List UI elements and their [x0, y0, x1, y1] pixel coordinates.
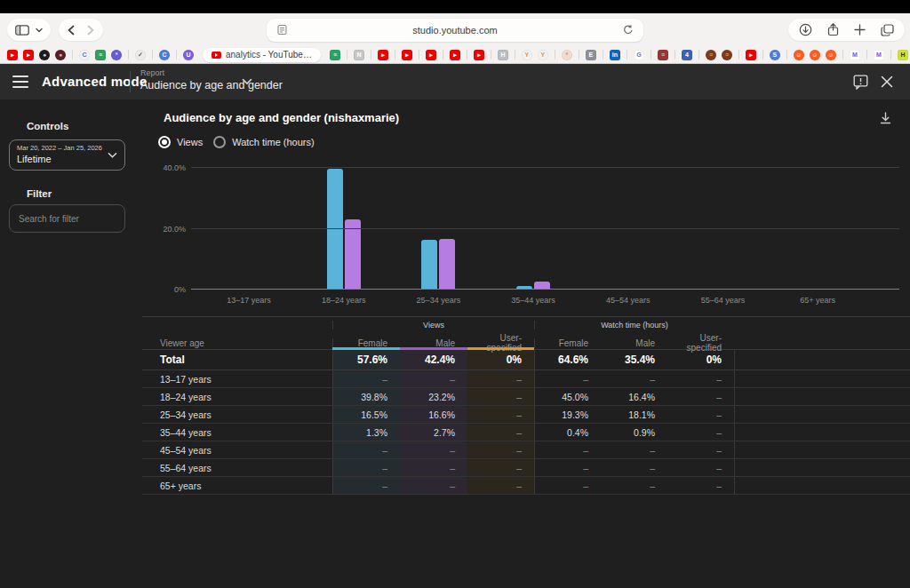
- analytics-table: Views Watch time (hours) Viewer age Fema…: [142, 316, 910, 495]
- empty-cell: [734, 406, 910, 423]
- x-axis-label: 45–54 years: [588, 296, 668, 305]
- value-cell: 0%: [667, 350, 734, 369]
- reader-icon[interactable]: [276, 24, 288, 36]
- sidebar-toggle-group[interactable]: [7, 19, 51, 41]
- youtube-favicon[interactable]: ▸: [402, 50, 412, 60]
- radio-watch-time[interactable]: [213, 136, 226, 148]
- watch-time-group-header: Watch time (hours): [534, 321, 734, 330]
- tab-separator: [786, 50, 787, 60]
- youtube-favicon[interactable]: ▸: [474, 50, 484, 60]
- youtube-favicon[interactable]: ▸: [23, 50, 34, 60]
- purple-swirl-favicon[interactable]: *: [111, 50, 122, 60]
- report-selector[interactable]: Report Audience by age and gender: [140, 68, 283, 95]
- watch-female-header: Female: [534, 338, 601, 348]
- tab-separator: [491, 50, 491, 60]
- reload-icon[interactable]: [623, 24, 634, 36]
- pale-flower-favicon[interactable]: *: [562, 50, 572, 60]
- views-female-header: Female: [332, 338, 400, 348]
- wishbone-orange-favicon[interactable]: Y: [538, 50, 548, 60]
- tab-separator: [443, 50, 443, 60]
- radio-views[interactable]: [158, 136, 171, 148]
- tab-overview-icon[interactable]: [881, 24, 894, 36]
- purple-bot-favicon[interactable]: U: [183, 50, 194, 60]
- linkedin-favicon[interactable]: in: [610, 50, 620, 60]
- grey-check-favicon[interactable]: ✓: [135, 50, 146, 60]
- radio-views-label: Views: [177, 137, 203, 147]
- sidebar-icon[interactable]: [15, 25, 29, 36]
- share-icon[interactable]: [827, 23, 839, 36]
- table-total-row: Total57.6%42.4%0%64.6%35.4%0%: [142, 350, 910, 370]
- burger-favicon[interactable]: ≡: [722, 50, 732, 60]
- close-icon[interactable]: [881, 75, 893, 88]
- value-cell: –: [467, 370, 534, 387]
- tab-separator: [842, 50, 843, 60]
- youtube-favicon: [212, 52, 221, 59]
- viewer-age-cell: 13–17 years: [142, 370, 332, 387]
- value-cell: –: [332, 441, 400, 458]
- empty-cell: [734, 370, 910, 387]
- blue-crescent-favicon[interactable]: C: [79, 50, 90, 60]
- reddit-favicon[interactable]: ☺: [826, 50, 836, 60]
- m-purple-favicon[interactable]: M: [850, 50, 860, 60]
- empty-cell: [734, 388, 910, 405]
- active-tab[interactable]: analytics - YouTube…: [203, 48, 321, 62]
- back-button[interactable]: [68, 25, 75, 36]
- youtube-favicon[interactable]: ▸: [378, 50, 388, 60]
- table-row: 13–17 years––––––: [142, 370, 910, 388]
- downloads-icon[interactable]: [799, 23, 812, 36]
- tab-separator: [176, 50, 177, 60]
- forward-button[interactable]: [87, 25, 94, 36]
- blue-s-favicon[interactable]: S: [770, 50, 780, 60]
- empty-cell: [734, 441, 910, 458]
- wishbone-orange-favicon[interactable]: Y: [522, 50, 532, 60]
- burger-favicon[interactable]: ≡: [706, 50, 716, 60]
- gridline: [191, 228, 899, 229]
- metric-radio-group: Views Watch time (hours): [158, 136, 315, 148]
- active-tab-title: analytics - YouTube…: [226, 50, 312, 60]
- value-cell: –: [667, 441, 734, 458]
- new-tab-icon[interactable]: [854, 24, 866, 36]
- value-cell: 0%: [467, 350, 534, 369]
- grey-e-favicon[interactable]: E: [586, 50, 596, 60]
- table-sub-header-row: Viewer age Female Male User-specified Fe…: [142, 333, 910, 350]
- value-cell: –: [467, 424, 534, 441]
- reddit-favicon[interactable]: ☺: [794, 50, 804, 60]
- feedback-icon[interactable]: [853, 75, 868, 90]
- url-bar[interactable]: studio.youtube.com: [267, 19, 643, 42]
- reddit-favicon[interactable]: ☺: [810, 50, 820, 60]
- tab-separator: [579, 50, 579, 60]
- youtube-favicon[interactable]: ▸: [450, 50, 460, 60]
- controls-heading: Controls: [27, 121, 68, 131]
- blue-4-favicon[interactable]: 4: [682, 50, 692, 60]
- tab-separator: [603, 50, 603, 60]
- value-cell: 0.4%: [534, 424, 601, 441]
- green-analytics-favicon[interactable]: ≡: [95, 50, 106, 60]
- grey-h-favicon[interactable]: H: [498, 50, 508, 60]
- red-book-favicon[interactable]: ≡: [658, 50, 668, 60]
- menu-icon[interactable]: [12, 75, 28, 88]
- table-row: 45–54 years––––––: [142, 441, 910, 459]
- youtube-favicon[interactable]: ▸: [7, 50, 18, 60]
- chevron-down-icon[interactable]: [36, 28, 43, 33]
- x-axis-label: 18–24 years: [304, 296, 384, 305]
- sheets-green-favicon[interactable]: ≡: [330, 50, 340, 60]
- m-purple-favicon[interactable]: M: [874, 50, 884, 60]
- chevron-down-icon: [108, 152, 117, 159]
- notion-favicon[interactable]: N: [354, 50, 364, 60]
- dark-red-badge-favicon[interactable]: ●: [55, 50, 66, 60]
- youtube-favicon[interactable]: ▸: [746, 50, 756, 60]
- value-cell: 35.4%: [601, 350, 667, 369]
- youtube-favicon[interactable]: ▸: [426, 50, 436, 60]
- filter-search-input[interactable]: [9, 204, 125, 233]
- value-cell: –: [467, 406, 534, 423]
- dark-camera-favicon[interactable]: ●: [39, 50, 50, 60]
- google-g-favicon[interactable]: G: [634, 50, 644, 60]
- value-cell: –: [534, 441, 601, 458]
- download-report-icon[interactable]: [878, 111, 893, 126]
- blue-c-favicon[interactable]: C: [159, 50, 170, 60]
- chevron-down-icon[interactable]: [242, 78, 252, 85]
- value-cell: 39.8%: [332, 388, 400, 405]
- lime-h-favicon[interactable]: H: [898, 50, 908, 60]
- date-range-picker[interactable]: Mar 20, 2022 – Jan 25, 2026 Lifetime: [9, 139, 125, 171]
- studio-app-bar: Advanced mode Report Audience by age and…: [0, 64, 910, 99]
